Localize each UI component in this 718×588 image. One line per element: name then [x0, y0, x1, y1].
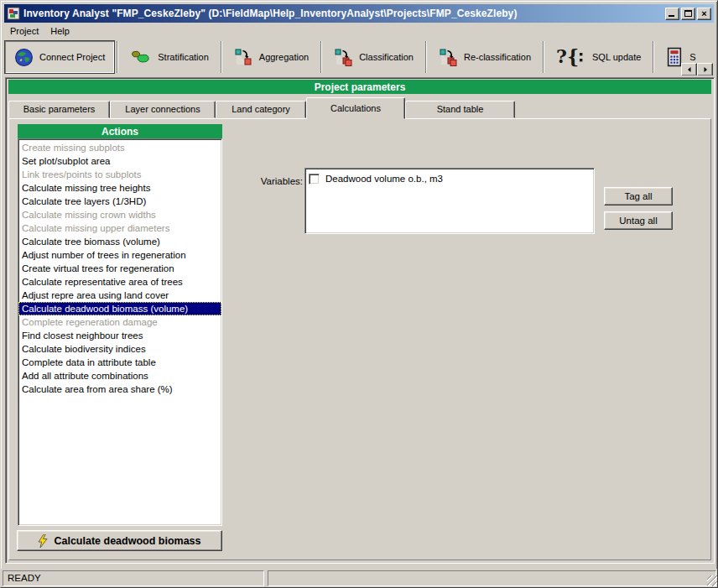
toolbar-button-label: Classification: [359, 52, 414, 62]
menu-project[interactable]: Project: [4, 24, 44, 38]
tab-bar: Basic parametersLayer connectionsLand ca…: [8, 97, 711, 119]
classification-icon: [334, 48, 353, 66]
tab-land-category[interactable]: Land category: [216, 101, 306, 118]
project-parameters-panel: Project parameters Basic parametersLayer…: [5, 77, 715, 564]
status-secondary: [268, 570, 716, 586]
action-item-add-all-attribute-combinations[interactable]: Add all attribute combinations: [18, 369, 221, 382]
svg-text:?{: ?{: [556, 47, 579, 67]
stratification-icon: [130, 48, 152, 66]
toolbar-separator: [653, 41, 654, 73]
action-item-calculate-area-from-area-share[interactable]: Calculate area from area share (%): [18, 382, 221, 396]
aggregation-icon: [234, 48, 253, 66]
action-item-adjust-number-of-trees-in-regeneration[interactable]: Adjust number of trees in regeneration: [18, 248, 221, 262]
toolbar-button-aggregation[interactable]: Aggregation: [224, 40, 319, 74]
variables-list[interactable]: Deadwood volume o.b., m3: [304, 168, 595, 234]
tab-layer-connections[interactable]: Layer connections: [110, 101, 216, 118]
action-item-calculate-representative-area-of-trees[interactable]: Calculate representative area of trees: [18, 275, 221, 289]
toolbar-button-label: Stratification: [158, 52, 209, 62]
globe-icon: [14, 48, 34, 67]
reclassification-icon: [439, 48, 458, 66]
menubar: Project Help: [4, 23, 714, 39]
close-button[interactable]: ×: [697, 8, 711, 20]
app-window: Inventory Analyst "FMP_CeskeZleby" (D:\F…: [0, 0, 718, 588]
status-ready: READY: [3, 570, 264, 586]
menu-help[interactable]: Help: [44, 24, 75, 38]
action-item-create-virtual-trees-for-regeneration[interactable]: Create virtual trees for regeneration: [18, 262, 221, 275]
calculate-deadwood-biomass-button[interactable]: Calculate deadwood biomass: [17, 530, 222, 551]
checkbox-icon[interactable]: [309, 174, 320, 185]
close-icon: ×: [701, 9, 706, 18]
statusbar: READY: [1, 569, 718, 587]
actions-list[interactable]: Create missing subplotsSet plot/subplot …: [18, 138, 222, 526]
resize-grip-icon[interactable]: [707, 575, 718, 586]
toolbar-button-classification[interactable]: Classification: [324, 40, 424, 74]
action-item-set-plot-subplot-area[interactable]: Set plot/subplot area: [18, 154, 221, 168]
action-item-calculate-biodiversity-indices[interactable]: Calculate biodiversity indices: [18, 342, 221, 356]
action-item-calculate-missing-tree-heights[interactable]: Calculate missing tree heights: [18, 181, 221, 195]
tab-stand-table[interactable]: Stand table: [405, 101, 515, 118]
tab-calculations[interactable]: Calculations: [306, 97, 405, 119]
variable-label: Deadwood volume o.b., m3: [325, 174, 443, 184]
action-item-complete-data-in-attribute-table[interactable]: Complete data in attribute table: [18, 356, 221, 369]
variables-label: Variables:: [211, 176, 303, 186]
titlebar: Inventory Analyst "FMP_CeskeZleby" (D:\F…: [4, 4, 714, 23]
action-item-calculate-tree-biomass-volume[interactable]: Calculate tree biomass (volume): [18, 235, 221, 248]
toolbar: Connect ProjectStratificationAggregation…: [4, 39, 714, 75]
action-item-create-missing-subplots[interactable]: Create missing subplots: [18, 141, 221, 154]
action-item-adjust-repre-area-using-land-cover[interactable]: Adjust repre area using land cover: [18, 289, 221, 302]
toolbar-scroll-right-button[interactable]: [697, 63, 713, 75]
action-item-complete-regeneration-damage[interactable]: Complete regeneration damage: [18, 315, 221, 329]
toolbar-separator: [543, 41, 544, 73]
toolbar-scroll-left-button[interactable]: [681, 63, 697, 75]
right-arrow-icon: [702, 66, 709, 73]
toolbar-button-connect-project[interactable]: Connect Project: [4, 40, 115, 74]
action-item-link-trees-points-to-subplots[interactable]: Link trees/points to subplots: [18, 168, 221, 181]
variable-item-deadwood-volume-o-b-m3[interactable]: Deadwood volume o.b., m3: [309, 172, 591, 185]
maximize-icon: [684, 10, 692, 17]
untag-all-button[interactable]: Untag all: [604, 211, 673, 230]
window-controls: ×: [665, 8, 711, 20]
action-item-find-closest-neighbour-trees[interactable]: Find closest neighbour trees: [18, 329, 221, 342]
app-icon: [7, 7, 20, 20]
toolbar-button-label: Connect Project: [39, 52, 105, 62]
action-item-calculate-missing-crown-widths[interactable]: Calculate missing crown widths: [18, 208, 221, 221]
sql-braces-icon: ?{: [556, 47, 586, 67]
toolbar-separator: [117, 41, 118, 73]
action-item-calculate-missing-upper-diameters[interactable]: Calculate missing upper diameters: [18, 221, 221, 235]
toolbar-separator: [425, 41, 427, 73]
calculations-tab-content: Actions Create missing subplotsSet plot/…: [8, 118, 711, 560]
maximize-button[interactable]: [681, 8, 695, 20]
toolbar-button-label: S: [689, 52, 695, 62]
action-item-calculate-deadwood-biomass-volume[interactable]: Calculate deadwood biomass (volume): [18, 302, 221, 315]
toolbar-separator: [320, 41, 322, 73]
toolbar-button-label: Re-classification: [464, 52, 531, 62]
actions-header: Actions: [18, 124, 222, 138]
tag-all-button[interactable]: Tag all: [604, 187, 673, 206]
tab-basic-parameters[interactable]: Basic parameters: [8, 101, 110, 118]
minimize-icon: [669, 15, 674, 17]
toolbar-button-stratification[interactable]: Stratification: [120, 40, 219, 74]
minimize-button[interactable]: [665, 8, 679, 20]
lightning-icon: [38, 534, 48, 548]
panel-title: Project parameters: [8, 80, 711, 94]
toolbar-button-sql-update[interactable]: ?{SQL update: [546, 40, 651, 74]
toolbar-separator: [221, 41, 222, 73]
toolbar-button-re-classification[interactable]: Re-classification: [429, 40, 541, 74]
run-button-label: Calculate deadwood biomass: [54, 535, 200, 547]
action-item-calculate-tree-layers-1-3hd[interactable]: Calculate tree layers (1/3HD): [18, 195, 221, 208]
toolbar-button-label: Aggregation: [259, 52, 309, 62]
toolbar-scroll: [681, 63, 713, 75]
left-arrow-icon: [686, 66, 693, 73]
window-title: Inventory Analyst "FMP_CeskeZleby" (D:\F…: [23, 8, 662, 19]
toolbar-button-label: SQL update: [592, 52, 641, 62]
